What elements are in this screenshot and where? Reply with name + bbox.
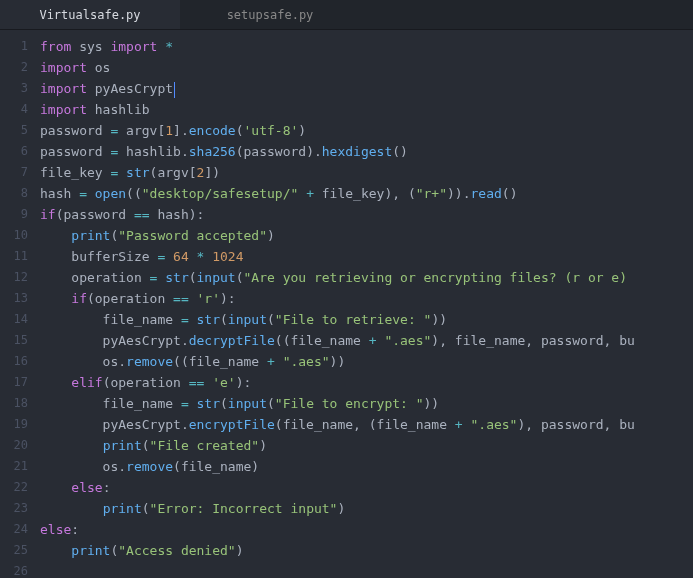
token: input	[228, 396, 267, 411]
token: (	[267, 396, 275, 411]
token	[189, 396, 197, 411]
token: 1024	[212, 249, 243, 264]
code-line[interactable]: file_name = str(input("File to retrieve:…	[40, 309, 693, 330]
token: import	[40, 81, 87, 96]
token: sys	[71, 39, 110, 54]
code-line[interactable]: password = hashlib.sha256(password).hexd…	[40, 141, 693, 162]
token	[189, 291, 197, 306]
line-number: 18	[0, 393, 28, 414]
line-number: 4	[0, 99, 28, 120]
line-number: 22	[0, 477, 28, 498]
token: "r+"	[416, 186, 447, 201]
code-area[interactable]: from sys import *import osimport pyAesCr…	[40, 30, 693, 578]
token: ))	[431, 312, 447, 327]
token: import	[110, 39, 157, 54]
tab-active[interactable]: Virtualsafe.py	[0, 0, 180, 29]
token: ()	[502, 186, 518, 201]
line-number: 14	[0, 309, 28, 330]
token: "Access denied"	[118, 543, 235, 558]
code-line[interactable]: os.remove(file_name)	[40, 456, 693, 477]
token: decryptFile	[189, 333, 275, 348]
token: str	[126, 165, 149, 180]
line-number: 10	[0, 225, 28, 246]
code-line[interactable]: pyAesCrypt.encryptFile(file_name, (file_…	[40, 414, 693, 435]
code-line[interactable]: if(password == hash):	[40, 204, 693, 225]
token: (	[236, 123, 244, 138]
code-line[interactable]: if(operation == 'r'):	[40, 288, 693, 309]
token: pyAesCrypt.	[40, 417, 189, 432]
code-line[interactable]: operation = str(input("Are you retrievin…	[40, 267, 693, 288]
token: )	[259, 438, 267, 453]
token: (file_name)	[173, 459, 259, 474]
token: (	[189, 270, 197, 285]
token: (file_name, (file_name	[275, 417, 455, 432]
token	[40, 228, 71, 243]
token: (operation	[103, 375, 189, 390]
code-line[interactable]: pyAesCrypt.decryptFile((file_name + ".ae…	[40, 330, 693, 351]
token: ), file_name, password, bu	[431, 333, 635, 348]
code-editor[interactable]: 1234567891011121314151617181920212223242…	[0, 30, 693, 578]
token: hash):	[150, 207, 205, 222]
token: read	[471, 186, 502, 201]
code-line[interactable]: print("File created")	[40, 435, 693, 456]
token: :	[103, 480, 111, 495]
line-number: 26	[0, 561, 28, 578]
token: remove	[126, 354, 173, 369]
code-line[interactable]: password = argv[1].encode('utf-8')	[40, 120, 693, 141]
code-line[interactable]: elif(operation == 'e'):	[40, 372, 693, 393]
token: )	[337, 501, 345, 516]
line-number: 19	[0, 414, 28, 435]
code-line[interactable]: print("Password accepted")	[40, 225, 693, 246]
token: from	[40, 39, 71, 54]
line-number: 21	[0, 456, 28, 477]
token: password	[40, 144, 110, 159]
token: ==	[173, 291, 189, 306]
token: print	[71, 543, 110, 558]
token: ((file_name	[173, 354, 267, 369]
line-number: 5	[0, 120, 28, 141]
token: hashlib.	[118, 144, 188, 159]
token: (	[142, 438, 150, 453]
token: print	[103, 501, 142, 516]
token: str	[197, 312, 220, 327]
token: hexdigest	[322, 144, 392, 159]
code-line[interactable]: print("Error: Incorrect input")	[40, 498, 693, 519]
token	[40, 543, 71, 558]
token: :	[71, 522, 79, 537]
code-line[interactable]: print("Access denied")	[40, 540, 693, 561]
token: str	[197, 396, 220, 411]
token: else	[40, 522, 71, 537]
token: os	[87, 60, 110, 75]
tab-inactive[interactable]: setupsafe.py	[180, 0, 360, 29]
token: ):	[220, 291, 236, 306]
code-line[interactable]: import pyAesCrypt	[40, 78, 693, 99]
code-line[interactable]: else:	[40, 519, 693, 540]
token	[40, 375, 71, 390]
code-line[interactable]: else:	[40, 477, 693, 498]
token: operation	[40, 270, 150, 285]
code-line[interactable]: hash = open(("desktop/safesetup/" + file…	[40, 183, 693, 204]
token: import	[40, 60, 87, 75]
token: =	[181, 396, 189, 411]
code-line[interactable]: import hashlib	[40, 99, 693, 120]
code-line[interactable]: file_key = str(argv[2])	[40, 162, 693, 183]
code-line[interactable]: import os	[40, 57, 693, 78]
token: ])	[204, 165, 220, 180]
code-line[interactable]: file_name = str(input("File to encrypt: …	[40, 393, 693, 414]
code-line[interactable]: bufferSize = 64 * 1024	[40, 246, 693, 267]
code-line[interactable]: from sys import *	[40, 36, 693, 57]
token: str	[165, 270, 188, 285]
code-line[interactable]	[40, 561, 693, 578]
token: pyAesCrypt.	[40, 333, 189, 348]
line-gutter: 1234567891011121314151617181920212223242…	[0, 30, 40, 578]
token	[87, 186, 95, 201]
token	[40, 480, 71, 495]
code-line[interactable]: os.remove((file_name + ".aes"))	[40, 351, 693, 372]
line-number: 7	[0, 162, 28, 183]
token: encryptFile	[189, 417, 275, 432]
token: ((file_name	[275, 333, 369, 348]
token: remove	[126, 459, 173, 474]
token: (password).	[236, 144, 322, 159]
token: else	[71, 480, 102, 495]
token: argv[	[118, 123, 165, 138]
